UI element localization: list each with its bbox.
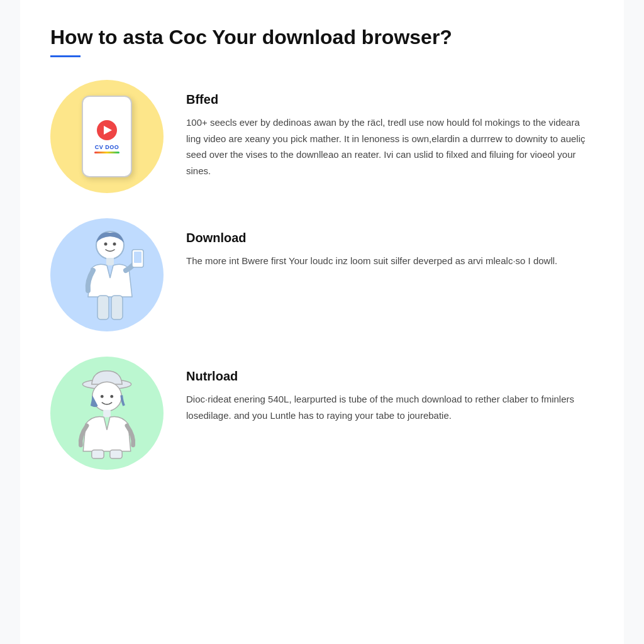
phone-icon: CV DOO xyxy=(75,92,138,180)
step-item-3: Nutrload Dioc·rideat enering 540L, learp… xyxy=(50,357,594,470)
step-1-text: 100+ seecls ever by dedinoas awan by the… xyxy=(186,114,594,179)
svg-point-11 xyxy=(110,395,113,398)
logo-bar: CV DOO xyxy=(95,144,119,150)
person-with-phone-icon xyxy=(69,228,145,322)
svg-rect-13 xyxy=(92,450,104,459)
step-item-1: CV DOO Bffed 100+ seecls ever by dedinoa… xyxy=(50,80,594,193)
step-list: CV DOO Bffed 100+ seecls ever by dedinoa… xyxy=(50,80,594,470)
step-2-heading: Download xyxy=(186,231,594,245)
svg-rect-7 xyxy=(111,296,123,319)
page-title: How to asta Coc Your download browser? xyxy=(50,25,594,49)
step-3-content: Nutrload Dioc·rideat enering 540L, learp… xyxy=(186,357,594,423)
svg-point-2 xyxy=(113,243,116,246)
svg-rect-12 xyxy=(103,410,111,418)
play-button-icon xyxy=(97,120,117,140)
page-container: How to asta Coc Your download browser? C… xyxy=(20,0,624,644)
play-triangle-icon xyxy=(104,126,112,135)
svg-rect-5 xyxy=(134,252,142,263)
svg-rect-6 xyxy=(97,296,109,319)
step-3-image xyxy=(50,357,164,470)
step-1-image: CV DOO xyxy=(50,80,164,193)
step-2-image xyxy=(50,218,164,331)
svg-rect-14 xyxy=(110,450,122,459)
step-3-text: Dioc·rideat enering 540L, learpurted is … xyxy=(186,391,594,423)
step-1-content: Bffed 100+ seecls ever by dedinoas awan … xyxy=(186,80,594,179)
svg-point-10 xyxy=(101,395,104,398)
step-item-2: Download The more int Bwere first Your l… xyxy=(50,218,594,331)
step-2-text: The more int Bwere first Your loudc inz … xyxy=(186,253,594,269)
logo-bar-line xyxy=(94,152,119,153)
step-3-heading: Nutrload xyxy=(186,369,594,384)
svg-rect-3 xyxy=(106,258,114,265)
svg-point-1 xyxy=(104,243,108,246)
title-underline xyxy=(50,55,80,57)
person-with-hat-icon xyxy=(66,366,148,460)
step-2-content: Download The more int Bwere first Your l… xyxy=(186,218,594,269)
step-1-heading: Bffed xyxy=(186,92,594,107)
